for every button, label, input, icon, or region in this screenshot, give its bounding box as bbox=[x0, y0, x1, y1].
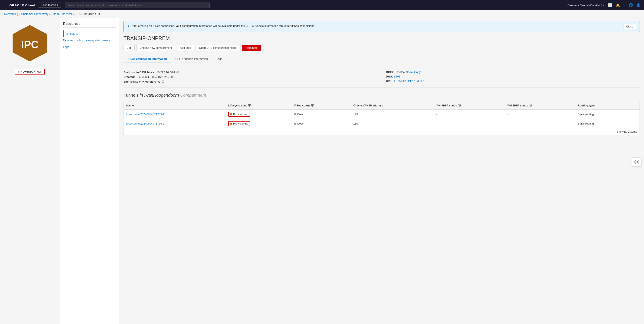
sidebar-item-drg-attachments[interactable]: Dynamic routing gateway attachments bbox=[63, 37, 116, 44]
tunnel-1-lifecycle-badge: Provisioning bbox=[228, 112, 250, 117]
col-header-ipv4-bgp: IPv4 BGP status ⓘ bbox=[433, 101, 504, 110]
vpn-version-row: Site-to-Site VPN version: v2 ⓘ bbox=[124, 79, 377, 84]
breadcrumb-current: TRANSIP-ONPREM bbox=[75, 12, 100, 15]
svg-point-3 bbox=[636, 161, 636, 162]
drg-label: DRG: bbox=[386, 75, 393, 78]
search-input[interactable] bbox=[65, 2, 210, 8]
tunnel-2-ipsec-dot bbox=[294, 123, 296, 125]
tab-cpe-tunnels[interactable]: CPE & tunnels information bbox=[171, 55, 212, 63]
sidebar-item-tunnels[interactable]: Tunnels (2) bbox=[63, 30, 116, 37]
svg-text:IPC: IPC bbox=[21, 39, 38, 50]
top-navigation: ☰ ORACLE Cloud Cloud Classic > Germany C… bbox=[0, 0, 644, 10]
ocid-copy-link[interactable]: Copy bbox=[414, 70, 420, 74]
static-route-value: 10.222.10.0/24 bbox=[156, 71, 175, 74]
close-banner-button[interactable]: Close bbox=[624, 24, 636, 29]
vpn-version-value: v2 bbox=[158, 80, 160, 83]
choose-new-compartment-button[interactable]: Choose new compartment bbox=[136, 45, 175, 51]
sidebar-item-logs[interactable]: Logs bbox=[63, 44, 116, 50]
tunnel-2-kebab-menu[interactable]: ⋮ bbox=[631, 121, 637, 126]
static-route-info-icon[interactable]: ⓘ bbox=[176, 70, 179, 74]
tunnel-1-name-cell: ipsectunnel20240604071755-1 bbox=[124, 110, 226, 119]
help-panel-button[interactable] bbox=[632, 157, 642, 167]
main-layout: IPC PROVISIONING Resources Tunnels (2) D… bbox=[0, 18, 644, 324]
static-route-label: Static route CIDR block: bbox=[124, 71, 155, 74]
tunnel-2-name-link[interactable]: ipsectunnel20240604071755-2 bbox=[126, 122, 164, 125]
help-panel-icon bbox=[634, 160, 639, 164]
tab-tags[interactable]: Tags bbox=[212, 55, 226, 63]
cpe-label: CPE: bbox=[386, 79, 392, 83]
ocid-label: OCID: bbox=[386, 70, 394, 74]
help-icon[interactable]: ? bbox=[623, 3, 625, 7]
language-icon[interactable]: 🌐 bbox=[629, 3, 633, 7]
col-header-ipv6-bgp: IPv6 BGP status ⓘ bbox=[504, 101, 575, 110]
terminate-button[interactable]: Terminate bbox=[242, 45, 261, 51]
tunnels-link[interactable]: Tunnels (2) bbox=[66, 32, 79, 35]
oracle-logo: ORACLE Cloud bbox=[9, 3, 35, 7]
tunnel-1-ipsec-dot bbox=[294, 113, 296, 115]
breadcrumb-customer-connectivity[interactable]: Customer connectivity bbox=[21, 12, 48, 15]
static-route-row: Static route CIDR block: 10.222.10.0/24 … bbox=[124, 70, 377, 75]
resources-title: Resources bbox=[63, 22, 116, 28]
created-row: Created: Tue, Jun 4, 2024, 07:17:55 UTC bbox=[124, 75, 377, 79]
info-banner: ℹ After creating an IPSec connection, yo… bbox=[124, 21, 640, 32]
edit-button[interactable]: Edit bbox=[124, 45, 134, 51]
connection-info-grid: Static route CIDR block: 10.222.10.0/24 … bbox=[124, 66, 640, 88]
tunnel-1-lifecycle-cell: Provisioning bbox=[226, 110, 291, 119]
ipv6-bgp-info-icon[interactable]: ⓘ bbox=[529, 103, 532, 107]
info-icon: ℹ bbox=[128, 24, 129, 28]
code-editor-icon[interactable]: ⬜ bbox=[608, 3, 612, 7]
tunnel-2-ipv6-bgp: - bbox=[504, 119, 575, 128]
drg-row: DRG: DRG bbox=[386, 74, 640, 79]
logs-link[interactable]: Logs bbox=[63, 45, 69, 48]
table-row: ipsectunnel20240604071755-2 Provisioning… bbox=[124, 119, 640, 128]
cloud-classic-button[interactable]: Cloud Classic > bbox=[38, 2, 61, 8]
info-banner-text: After creating an IPSec connection, your… bbox=[132, 24, 621, 28]
col-header-ipsec-status: IPSec status ⓘ bbox=[291, 101, 351, 110]
col-header-lifecycle: Lifecycle state ⓘ bbox=[226, 101, 291, 110]
breadcrumb-networking[interactable]: Networking bbox=[4, 12, 18, 15]
tunnel-1-ipv6-bgp: - bbox=[504, 110, 575, 119]
action-buttons: Edit Choose new compartment Add tags Ope… bbox=[124, 45, 640, 51]
notifications-icon[interactable]: 🔔 bbox=[616, 3, 620, 7]
tunnel-1-routing-type: Static routing ⋮ bbox=[575, 110, 640, 119]
tunnel-1-ipsec-status: Down bbox=[297, 113, 304, 116]
tab-ipsec-connection[interactable]: IPSec connection information bbox=[124, 55, 171, 63]
drg-value-link[interactable]: DRG bbox=[394, 75, 400, 78]
tunnel-2-lifecycle-dot bbox=[230, 123, 232, 125]
breadcrumb-sep-3: » bbox=[72, 12, 74, 15]
cpe-value-link[interactable]: TRANSIP-ONPREM-CPE bbox=[394, 79, 426, 83]
tunnel-1-name-link[interactable]: ipsectunnel20240604071755-1 bbox=[126, 113, 164, 116]
user-avatar-icon[interactable]: 👤 bbox=[636, 3, 640, 7]
open-cpe-config-button[interactable]: Open CPE configuration helper bbox=[196, 45, 240, 51]
tab-bar: IPSec connection information CPE & tunne… bbox=[124, 55, 640, 63]
hex-svg: IPC bbox=[10, 23, 50, 63]
tunnel-1-ipv4-bgp: - bbox=[433, 110, 504, 119]
tunnel-2-routing-type: Static routing ⋮ bbox=[575, 119, 640, 128]
service-icon: IPC bbox=[8, 22, 51, 64]
lifecycle-info-icon[interactable]: ⓘ bbox=[248, 103, 251, 107]
ipv4-bgp-info-icon[interactable]: ⓘ bbox=[458, 103, 461, 107]
add-tags-button[interactable]: Add tags bbox=[177, 45, 194, 51]
showing-items-text: Showing 2 items bbox=[124, 128, 640, 135]
svg-point-5 bbox=[636, 162, 636, 163]
breadcrumb-sep-1: » bbox=[19, 12, 20, 15]
created-label: Created: bbox=[124, 75, 135, 78]
tunnel-2-lifecycle-cell: Provisioning bbox=[226, 119, 291, 128]
left-icon-panel: IPC PROVISIONING bbox=[0, 18, 60, 324]
tunnel-1-lifecycle-state: Provisioning bbox=[233, 113, 248, 116]
breadcrumb-site-to-site-vpn[interactable]: Site-to-Site VPN bbox=[52, 12, 72, 15]
region-selector[interactable]: Germany Central (Frankfurt) ▾ bbox=[568, 3, 604, 7]
svg-point-4 bbox=[637, 161, 638, 162]
ocid-show-link[interactable]: Show bbox=[406, 70, 413, 74]
ocid-value: ...fsdtsa bbox=[395, 70, 405, 74]
hamburger-menu-icon[interactable]: ☰ bbox=[4, 3, 7, 7]
vpn-version-info-icon[interactable]: ⓘ bbox=[162, 80, 164, 83]
tunnel-2-ipv4-bgp: - bbox=[433, 119, 504, 128]
sidebar-resources: Resources Tunnels (2) Dynamic routing ga… bbox=[60, 18, 119, 324]
ipsec-status-info-icon[interactable]: ⓘ bbox=[311, 103, 314, 107]
drg-attachments-link[interactable]: Dynamic routing gateway attachments bbox=[63, 39, 110, 42]
tunnel-2-ipsec-status: Down bbox=[297, 122, 304, 125]
col-header-name: Name bbox=[124, 101, 226, 110]
tunnel-2-ipsec-status-cell: Down bbox=[291, 119, 351, 128]
tunnel-1-kebab-menu[interactable]: ⋮ bbox=[631, 112, 637, 117]
